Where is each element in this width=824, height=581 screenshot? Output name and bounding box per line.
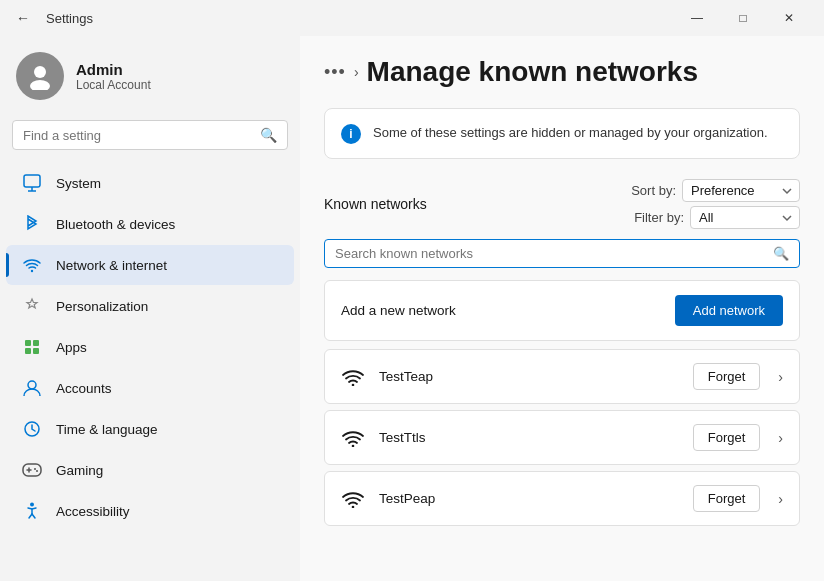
main-content: ••• › Manage known networks i Some of th… <box>300 36 824 581</box>
info-banner: i Some of these settings are hidden or m… <box>324 108 800 159</box>
sidebar-item-system-label: System <box>56 176 101 191</box>
svg-point-10 <box>28 381 36 389</box>
svg-rect-9 <box>33 348 39 354</box>
sidebar-item-apps[interactable]: Apps <box>6 327 294 367</box>
breadcrumb-arrow: › <box>354 64 359 80</box>
user-name: Admin <box>76 61 151 78</box>
known-networks-label: Known networks <box>324 196 427 212</box>
close-button[interactable]: ✕ <box>766 2 812 34</box>
accounts-icon <box>22 378 42 398</box>
svg-point-17 <box>30 503 34 507</box>
sidebar-item-bluetooth[interactable]: Bluetooth & devices <box>6 204 294 244</box>
svg-rect-8 <box>25 348 31 354</box>
apps-icon <box>22 337 42 357</box>
sidebar-item-network[interactable]: Network & internet <box>6 245 294 285</box>
sidebar-item-personalization[interactable]: Personalization <box>6 286 294 326</box>
sidebar-item-time-label: Time & language <box>56 422 158 437</box>
network-icon <box>22 255 42 275</box>
svg-point-0 <box>34 66 46 78</box>
user-info: Admin Local Account <box>76 61 151 92</box>
sidebar-item-system[interactable]: System <box>6 163 294 203</box>
avatar <box>16 52 64 100</box>
window-controls: — □ ✕ <box>674 2 812 34</box>
svg-point-5 <box>31 270 33 272</box>
sidebar-item-personalization-label: Personalization <box>56 299 148 314</box>
network-item-testpeap: TestPeap Forget › <box>324 471 800 526</box>
forget-button-testttls[interactable]: Forget <box>693 424 761 451</box>
chevron-right-testttls[interactable]: › <box>778 430 783 446</box>
bluetooth-icon <box>22 214 42 234</box>
svg-point-20 <box>352 505 355 507</box>
network-name-testteap: TestTeap <box>379 369 679 384</box>
search-input[interactable] <box>23 128 252 143</box>
chevron-right-testpeap[interactable]: › <box>778 491 783 507</box>
network-item-testttls: TestTtls Forget › <box>324 410 800 465</box>
personalization-icon <box>22 296 42 316</box>
sidebar-item-accounts-label: Accounts <box>56 381 112 396</box>
sort-label: Sort by: <box>631 183 676 198</box>
wifi-icon-2 <box>341 426 365 450</box>
sidebar-item-network-label: Network & internet <box>56 258 167 273</box>
filter-label: Filter by: <box>634 210 684 225</box>
info-icon: i <box>341 124 361 144</box>
svg-point-15 <box>34 468 36 470</box>
wifi-icon <box>341 365 365 389</box>
svg-rect-2 <box>24 175 40 187</box>
accessibility-icon <box>22 501 42 521</box>
back-button[interactable]: ← <box>12 6 34 30</box>
chevron-right-testteap[interactable]: › <box>778 369 783 385</box>
add-network-label: Add a new network <box>341 303 456 318</box>
svg-rect-6 <box>25 340 31 346</box>
sort-filter: Sort by: Preference Network name Date Fi… <box>631 179 800 229</box>
svg-point-18 <box>352 383 355 385</box>
sidebar-item-bluetooth-label: Bluetooth & devices <box>56 217 175 232</box>
filter-select[interactable]: All Wi-Fi Ethernet <box>690 206 800 229</box>
network-name-testpeap: TestPeap <box>379 491 679 506</box>
sidebar: Admin Local Account 🔍 Syste <box>0 36 300 581</box>
add-network-row: Add a new network Add network <box>324 280 800 341</box>
info-text: Some of these settings are hidden or man… <box>373 123 768 143</box>
svg-point-1 <box>30 80 50 90</box>
search-network-box: 🔍 <box>324 239 800 268</box>
forget-button-testteap[interactable]: Forget <box>693 363 761 390</box>
search-icon: 🔍 <box>260 127 277 143</box>
maximize-button[interactable]: □ <box>720 2 766 34</box>
sidebar-nav: System Bluetooth & devices <box>0 162 300 532</box>
gaming-icon <box>22 460 42 480</box>
forget-button-testpeap[interactable]: Forget <box>693 485 761 512</box>
sidebar-item-accessibility-label: Accessibility <box>56 504 130 519</box>
minimize-button[interactable]: — <box>674 2 720 34</box>
sidebar-item-gaming[interactable]: Gaming <box>6 450 294 490</box>
content-inner: ••• › Manage known networks i Some of th… <box>300 36 824 581</box>
app-title: Settings <box>46 11 93 26</box>
titlebar: ← Settings — □ ✕ <box>0 0 824 36</box>
breadcrumb-dots[interactable]: ••• <box>324 62 346 83</box>
page-header: ••• › Manage known networks <box>324 56 800 88</box>
svg-point-16 <box>36 470 38 472</box>
network-name-testttls: TestTtls <box>379 430 679 445</box>
search-box: 🔍 <box>12 120 288 150</box>
sort-select[interactable]: Preference Network name Date <box>682 179 800 202</box>
app-body: Admin Local Account 🔍 Syste <box>0 36 824 581</box>
filter-row: Filter by: All Wi-Fi Ethernet <box>634 206 800 229</box>
svg-rect-7 <box>33 340 39 346</box>
search-container: 🔍 <box>0 120 300 162</box>
user-profile: Admin Local Account <box>0 36 300 120</box>
time-icon <box>22 419 42 439</box>
network-item-testteap: TestTeap Forget › <box>324 349 800 404</box>
sidebar-item-gaming-label: Gaming <box>56 463 103 478</box>
sidebar-item-accessibility[interactable]: Accessibility <box>6 491 294 531</box>
networks-header: Known networks Sort by: Preference Netwo… <box>324 179 800 229</box>
user-role: Local Account <box>76 78 151 92</box>
svg-rect-12 <box>23 464 41 476</box>
svg-point-19 <box>352 444 355 446</box>
wifi-icon-3 <box>341 487 365 511</box>
sidebar-item-accounts[interactable]: Accounts <box>6 368 294 408</box>
sidebar-item-time[interactable]: Time & language <box>6 409 294 449</box>
system-icon <box>22 173 42 193</box>
sort-row: Sort by: Preference Network name Date <box>631 179 800 202</box>
add-network-button[interactable]: Add network <box>675 295 783 326</box>
page-title: Manage known networks <box>367 56 698 88</box>
search-network-input[interactable] <box>335 246 765 261</box>
sidebar-item-apps-label: Apps <box>56 340 87 355</box>
